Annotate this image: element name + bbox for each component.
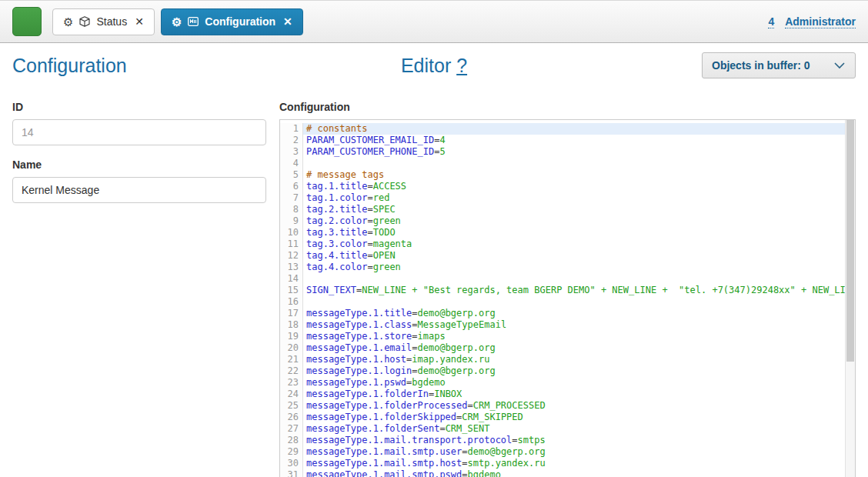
tab-bar: ⚙ Status ✕ ⚙ Configuration ✕ (52, 8, 303, 35)
code-line[interactable]: 26messageType.1.folderSkipped=CRM_SKIPPE… (280, 412, 845, 423)
line-number: 30 (280, 458, 303, 469)
line-number: 20 (280, 342, 303, 354)
chevron-down-icon (833, 62, 846, 69)
objects-in-buffer-dropdown[interactable]: Objects in buffer: 0 (702, 52, 856, 78)
code-line[interactable]: 21messageType.1.host=imap.yandex.ru (280, 354, 845, 365)
line-number: 23 (280, 377, 303, 389)
name-input[interactable] (12, 177, 266, 203)
line-number: 16 (280, 296, 303, 308)
user-name-link[interactable]: Administrator (785, 15, 856, 28)
code-line[interactable]: 15SIGN_TEXT=NEW_LINE + "Best regards, te… (280, 285, 845, 296)
code-line[interactable]: 25messageType.1.folderProcessed=CRM_PROC… (280, 400, 845, 412)
editor-window-icon (187, 15, 199, 28)
scrollbar-thumb[interactable] (846, 120, 854, 362)
line-number: 8 (280, 204, 303, 215)
code-line[interactable]: 24messageType.1.folderIn=INBOX (280, 389, 845, 400)
code-text: messageType.1.email=demo@bgerp.org (303, 342, 845, 354)
line-number: 13 (280, 262, 303, 273)
cube-icon (78, 15, 91, 28)
line-number: 5 (280, 169, 303, 181)
code-text: # constants (303, 123, 845, 135)
code-line[interactable]: 30messageType.1.mail.smtp.host=smtp.yand… (280, 458, 845, 469)
top-bar: ⚙ Status ✕ ⚙ Configuration ✕ 4 Administr… (0, 0, 868, 43)
code-text: messageType.1.folderSkipped=CRM_SKIPPED (303, 412, 845, 423)
code-line[interactable]: 20messageType.1.email=demo@bgerp.org (280, 342, 845, 354)
code-line[interactable]: 17messageType.1.title=demo@bgerp.org (280, 308, 845, 319)
line-number: 31 (280, 469, 303, 477)
code-text: tag.1.title=ACCESS (303, 181, 845, 192)
code-line[interactable]: 23messageType.1.pswd=bgdemo (280, 377, 845, 389)
code-line[interactable]: 6tag.1.title=ACCESS (280, 181, 845, 192)
code-text: SIGN_TEXT=NEW_LINE + "Best regards, team… (303, 285, 856, 296)
code-line[interactable]: 28messageType.1.mail.transport.protocol=… (280, 435, 845, 446)
close-icon[interactable]: ✕ (135, 15, 144, 28)
code-line[interactable]: 5# message tags (280, 169, 845, 181)
editor-heading: Editor ? (401, 55, 467, 77)
code-text: messageType.1.folderSent=CRM_SENT (303, 423, 845, 435)
code-line[interactable]: 1# constants (280, 123, 845, 135)
tab-label: Status (96, 15, 127, 28)
content-area: ID Name Configuration 1# constants2PARAM… (12, 101, 856, 477)
code-line[interactable]: 10tag.3.title=TODO (280, 227, 845, 239)
code-line[interactable]: 14 (280, 273, 845, 285)
code-text (303, 296, 845, 308)
line-number: 3 (280, 146, 303, 158)
code-line[interactable]: 29messageType.1.mail.smtp.user=demo@bger… (280, 446, 845, 458)
help-link[interactable]: ? (456, 55, 467, 76)
code-line[interactable]: 13tag.4.color=green (280, 262, 845, 273)
code-line[interactable]: 12tag.4.title=OPEN (280, 250, 845, 262)
code-text: messageType.1.class=MessageTypeEmail (303, 319, 845, 331)
code-editor[interactable]: 1# constants2PARAM_CUSTOMER_EMAIL_ID=43P… (279, 119, 856, 477)
code-line[interactable]: 7tag.1.color=red (280, 192, 845, 204)
line-number: 17 (280, 308, 303, 319)
code-text: messageType.1.pswd=bgdemo (303, 377, 845, 389)
code-text: tag.2.title=SPEC (303, 204, 845, 215)
line-number: 7 (280, 192, 303, 204)
tab-status[interactable]: ⚙ Status ✕ (52, 8, 155, 35)
code-line[interactable]: 8tag.2.title=SPEC (280, 204, 845, 215)
code-text: tag.4.color=green (303, 262, 845, 273)
code-text: messageType.1.mail.smtp.user=demo@bgerp.… (303, 446, 845, 458)
line-number: 24 (280, 389, 303, 400)
line-number: 1 (280, 123, 303, 135)
code-line[interactable]: 18messageType.1.class=MessageTypeEmail (280, 319, 845, 331)
code-line[interactable]: 19messageType.1.store=imaps (280, 331, 845, 342)
page-body: Configuration Editor ? Objects in buffer… (0, 55, 868, 477)
code-lines[interactable]: 1# constants2PARAM_CUSTOMER_EMAIL_ID=43P… (280, 120, 845, 477)
close-icon[interactable]: ✕ (283, 15, 292, 28)
main-menu-button[interactable] (12, 7, 42, 36)
code-line[interactable]: 3PARAM_CUSTOMER_PHONE_ID=5 (280, 146, 845, 158)
line-number: 10 (280, 227, 303, 239)
code-text: # message tags (303, 169, 845, 181)
line-number: 11 (280, 239, 303, 250)
code-text: messageType.1.title=demo@bgerp.org (303, 308, 845, 319)
code-text: PARAM_CUSTOMER_PHONE_ID=5 (303, 146, 845, 158)
id-input[interactable] (12, 119, 266, 145)
code-line[interactable]: 2PARAM_CUSTOMER_EMAIL_ID=4 (280, 135, 845, 146)
line-number: 18 (280, 319, 303, 331)
line-number: 4 (280, 158, 303, 169)
code-text: messageType.1.mail.smtp.host=smtp.yandex… (303, 458, 845, 469)
line-number: 25 (280, 400, 303, 412)
code-line[interactable]: 27messageType.1.folderSent=CRM_SENT (280, 423, 845, 435)
code-line[interactable]: 22messageType.1.login=demo@bgerp.org (280, 365, 845, 377)
line-number: 21 (280, 354, 303, 365)
entity-form: ID Name (12, 101, 266, 203)
code-text (303, 158, 845, 169)
code-text (303, 273, 845, 285)
tab-configuration[interactable]: ⚙ Configuration ✕ (161, 8, 303, 35)
code-text: messageType.1.mail.smtp.pswd=bgdemo (303, 469, 845, 477)
code-line[interactable]: 11tag.3.color=magenta (280, 239, 845, 250)
user-id-link[interactable]: 4 (768, 15, 774, 28)
code-text: tag.4.title=OPEN (303, 250, 845, 262)
code-line[interactable]: 31messageType.1.mail.smtp.pswd=bgdemo (280, 469, 845, 477)
code-text: tag.2.color=green (303, 215, 845, 227)
code-text: messageType.1.folderIn=INBOX (303, 389, 845, 400)
code-line[interactable]: 16 (280, 296, 845, 308)
code-text: tag.1.color=red (303, 192, 845, 204)
editor-scrollbar[interactable] (845, 120, 855, 477)
code-line[interactable]: 9tag.2.color=green (280, 215, 845, 227)
page-header: Configuration Editor ? Objects in buffer… (12, 55, 856, 90)
code-line[interactable]: 4 (280, 158, 845, 169)
user-area: 4 Administrator (768, 15, 856, 28)
